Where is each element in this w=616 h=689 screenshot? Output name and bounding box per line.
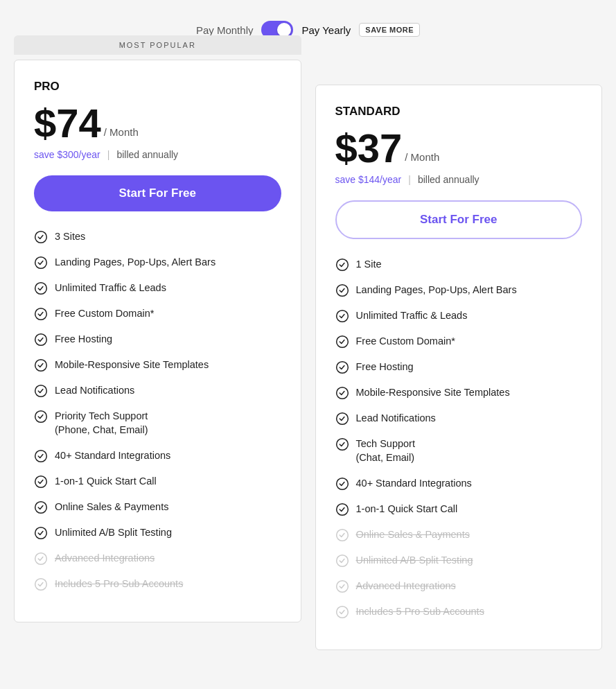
pro-savings-text: save $300/year: [34, 149, 100, 160]
list-item: 40+ Standard Integrations: [335, 476, 583, 491]
list-item: Priority Tech Support(Phone, Chat, Email…: [34, 409, 281, 437]
list-item: Unlimited Traffic & Leads: [335, 308, 583, 323]
list-item: Landing Pages, Pop-Ups, Alert Bars: [335, 283, 583, 297]
standard-price-amount: $37: [335, 128, 403, 168]
list-item: Unlimited A/B Split Testing: [335, 553, 583, 568]
list-item: Landing Pages, Pop-Ups, Alert Bars: [34, 255, 281, 270]
list-item: Free Custom Domain*: [34, 306, 281, 321]
pro-billed-text: billed annually: [116, 149, 178, 160]
list-item: Unlimited Traffic & Leads: [34, 281, 281, 295]
list-item: 1 Site: [335, 257, 583, 272]
save-badge: SAVE MORE: [359, 23, 420, 37]
standard-divider: |: [408, 174, 411, 185]
list-item: Lead Notifications: [34, 383, 281, 398]
pro-savings-row: save $300/year | billed annually: [34, 149, 281, 160]
pro-plan-name: PRO: [34, 80, 281, 94]
pro-price-period: / Month: [104, 126, 139, 138]
list-item: Free Hosting: [34, 332, 281, 347]
list-item: Unlimited A/B Split Testing: [34, 525, 281, 540]
list-item: 3 Sites: [34, 229, 281, 244]
list-item: Online Sales & Payments: [34, 500, 281, 514]
list-item: Lead Notifications: [335, 411, 583, 426]
standard-price-row: $37 / Month: [335, 128, 583, 168]
standard-savings-text: save $144/year: [335, 174, 402, 185]
list-item: Advanced Integrations: [34, 551, 281, 566]
list-item: Includes 5 Pro Sub Accounts: [34, 577, 281, 591]
list-item: Free Custom Domain*: [335, 334, 583, 349]
pro-price-row: $74 / Month: [34, 103, 281, 143]
list-item: Free Hosting: [335, 360, 583, 374]
pro-features-list: 3 Sites Landing Pages, Pop-Ups, Alert Ba…: [34, 229, 281, 591]
yearly-label: Pay Yearly: [301, 24, 351, 36]
standard-price-period: / Month: [405, 151, 439, 163]
list-item: Online Sales & Payments: [335, 527, 583, 542]
pro-plan-card: MOST POPULAR PRO $74 / Month save $300/y…: [14, 60, 301, 622]
plans-container: MOST POPULAR PRO $74 / Month save $300/y…: [14, 60, 602, 650]
monthly-label: Pay Monthly: [196, 24, 254, 36]
standard-plan-card: STANDARD $37 / Month save $144/year | bi…: [315, 85, 603, 650]
pro-cta-button[interactable]: Start For Free: [34, 175, 281, 211]
pro-divider: |: [107, 149, 110, 160]
standard-features-list: 1 Site Landing Pages, Pop-Ups, Alert Bar…: [335, 257, 583, 619]
standard-cta-button[interactable]: Start For Free: [335, 200, 583, 239]
pro-price-amount: $74: [34, 103, 101, 143]
standard-billed-text: billed annually: [418, 174, 479, 185]
list-item: Mobile-Responsive Site Templates: [34, 358, 281, 372]
list-item: 40+ Standard Integrations: [34, 448, 281, 463]
standard-plan-name: STANDARD: [335, 105, 583, 119]
list-item: 1-on-1 Quick Start Call: [335, 502, 583, 516]
list-item: Includes 5 Pro Sub Accounts: [335, 604, 583, 619]
list-item: Advanced Integrations: [335, 579, 583, 593]
most-popular-banner: MOST POPULAR: [14, 35, 302, 55]
list-item: Mobile-Responsive Site Templates: [335, 385, 583, 400]
list-item: 1-on-1 Quick Start Call: [34, 474, 281, 489]
list-item: Tech Support(Chat, Email): [335, 437, 583, 465]
standard-savings-row: save $144/year | billed annually: [335, 174, 583, 185]
